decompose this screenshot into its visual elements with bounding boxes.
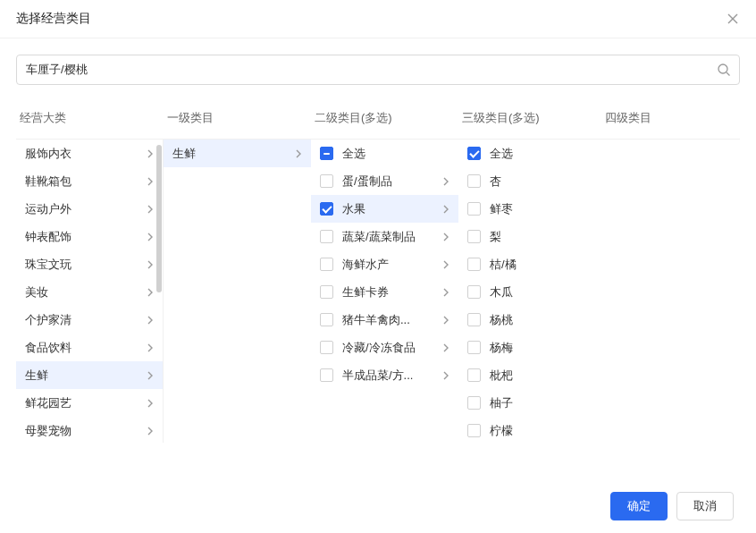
cancel-button[interactable]: 取消 bbox=[676, 492, 734, 520]
list-item[interactable]: 枇杷 bbox=[458, 361, 601, 389]
list-item[interactable]: 运动户外 bbox=[16, 195, 163, 223]
chevron-right-icon bbox=[145, 259, 155, 270]
list-item[interactable]: 柠檬 bbox=[458, 417, 601, 443]
list-item[interactable]: 蛋/蛋制品 bbox=[311, 167, 458, 195]
chevron-right-icon bbox=[145, 343, 155, 353]
list-item[interactable]: 杨梅 bbox=[458, 334, 601, 361]
column-4 bbox=[601, 140, 740, 443]
checkbox[interactable] bbox=[320, 230, 333, 243]
list-item[interactable]: 蔬菜/蔬菜制品 bbox=[311, 223, 458, 250]
list-item[interactable]: 珠宝文玩 bbox=[16, 250, 163, 278]
item-label: 珠宝文玩 bbox=[25, 257, 145, 273]
item-label: 水果 bbox=[342, 201, 441, 217]
checkbox[interactable] bbox=[320, 174, 333, 188]
item-label: 鞋靴箱包 bbox=[25, 173, 145, 190]
col-header-3: 三级类目(多选) bbox=[458, 103, 601, 139]
list-item[interactable]: 生鲜卡券 bbox=[311, 278, 458, 306]
col-header-0: 经营大类 bbox=[16, 103, 164, 139]
checkbox[interactable] bbox=[467, 202, 481, 216]
search-icon[interactable] bbox=[717, 63, 731, 77]
item-label: 木瓜 bbox=[490, 284, 594, 300]
list-item[interactable]: 美妆 bbox=[16, 278, 163, 306]
item-label: 蛋/蛋制品 bbox=[342, 173, 441, 190]
chevron-right-icon bbox=[441, 232, 451, 242]
svg-point-2 bbox=[718, 64, 727, 73]
list-item[interactable]: 全选 bbox=[458, 140, 601, 167]
checkbox[interactable] bbox=[320, 313, 333, 326]
checkbox[interactable] bbox=[467, 396, 481, 410]
checkbox[interactable] bbox=[467, 341, 481, 354]
list-item[interactable]: 猪牛羊禽肉... bbox=[311, 306, 458, 334]
list-item[interactable]: 生鲜 bbox=[16, 361, 163, 389]
list-item[interactable]: 海鲜水产 bbox=[311, 250, 458, 278]
search-input[interactable] bbox=[16, 55, 740, 85]
list-item[interactable]: 杨桃 bbox=[458, 306, 601, 334]
checkbox[interactable] bbox=[320, 285, 333, 299]
item-label: 杨桃 bbox=[490, 312, 594, 328]
list-item[interactable]: 个护家清 bbox=[16, 306, 163, 334]
item-label: 杏 bbox=[490, 173, 594, 190]
item-label: 鲜枣 bbox=[490, 201, 594, 217]
list-item[interactable]: 柚子 bbox=[458, 389, 601, 417]
chevron-right-icon bbox=[441, 204, 451, 215]
checkbox[interactable] bbox=[467, 230, 481, 243]
item-label: 枇杷 bbox=[490, 368, 594, 384]
item-label: 鲜花园艺 bbox=[25, 395, 145, 411]
list-item[interactable]: 鞋靴箱包 bbox=[16, 167, 163, 195]
list-item[interactable]: 全选 bbox=[311, 140, 458, 167]
svg-line-3 bbox=[727, 72, 730, 76]
list-item[interactable]: 水果 bbox=[311, 195, 458, 223]
chevron-right-icon bbox=[145, 148, 155, 159]
list-item[interactable]: 半成品菜/方... bbox=[311, 361, 458, 389]
close-icon[interactable] bbox=[726, 12, 740, 26]
list-item[interactable]: 冷藏/冷冻食品 bbox=[311, 334, 458, 361]
item-label: 生鲜 bbox=[172, 146, 293, 162]
list-item[interactable]: 木瓜 bbox=[458, 278, 601, 306]
checkbox[interactable] bbox=[467, 424, 481, 437]
checkbox[interactable] bbox=[467, 285, 481, 299]
checkbox[interactable] bbox=[467, 368, 481, 382]
column-3: 全选杏鲜枣梨桔/橘木瓜杨桃杨梅枇杷柚子柠檬 bbox=[458, 140, 601, 443]
confirm-button[interactable]: 确定 bbox=[610, 492, 668, 520]
item-label: 猪牛羊禽肉... bbox=[342, 312, 441, 328]
col-header-2: 二级类目(多选) bbox=[311, 103, 458, 139]
checkbox[interactable] bbox=[320, 368, 333, 382]
item-label: 梨 bbox=[490, 229, 594, 245]
chevron-right-icon bbox=[145, 398, 155, 409]
item-label: 服饰内衣 bbox=[25, 146, 145, 162]
checkbox[interactable] bbox=[320, 258, 333, 271]
item-label: 杨梅 bbox=[490, 340, 594, 356]
list-item[interactable]: 钟表配饰 bbox=[16, 223, 163, 250]
list-item[interactable]: 杏 bbox=[458, 167, 601, 195]
col-header-1: 一级类目 bbox=[164, 103, 311, 139]
list-item[interactable]: 生鲜 bbox=[164, 140, 311, 167]
column-0: 服饰内衣鞋靴箱包运动户外钟表配饰珠宝文玩美妆个护家清食品饮料生鲜鲜花园艺母婴宠物 bbox=[16, 140, 164, 443]
chevron-right-icon bbox=[441, 343, 451, 353]
list-item[interactable]: 食品饮料 bbox=[16, 334, 163, 361]
dialog-footer: 确定 取消 bbox=[0, 479, 756, 533]
list-item[interactable]: 母婴宠物 bbox=[16, 417, 163, 443]
item-label: 生鲜卡券 bbox=[342, 284, 441, 300]
checkbox[interactable] bbox=[467, 147, 481, 160]
chevron-right-icon bbox=[145, 315, 155, 326]
checkbox[interactable] bbox=[467, 258, 481, 271]
checkbox[interactable] bbox=[320, 341, 333, 354]
dialog-header: 选择经营类目 bbox=[0, 0, 756, 38]
item-label: 柠檬 bbox=[490, 423, 594, 439]
item-label: 钟表配饰 bbox=[25, 229, 145, 245]
list-item[interactable]: 鲜花园艺 bbox=[16, 389, 163, 417]
checkbox[interactable] bbox=[467, 313, 481, 326]
item-label: 全选 bbox=[490, 146, 594, 162]
chevron-right-icon bbox=[441, 259, 451, 270]
chevron-right-icon bbox=[145, 204, 155, 215]
item-label: 海鲜水产 bbox=[342, 257, 441, 273]
search-bar bbox=[16, 55, 740, 85]
chevron-right-icon bbox=[145, 176, 155, 187]
list-item[interactable]: 鲜枣 bbox=[458, 195, 601, 223]
checkbox[interactable] bbox=[467, 174, 481, 188]
list-item[interactable]: 服饰内衣 bbox=[16, 140, 163, 167]
checkbox[interactable] bbox=[320, 147, 333, 160]
checkbox[interactable] bbox=[320, 202, 333, 216]
list-item[interactable]: 桔/橘 bbox=[458, 250, 601, 278]
list-item[interactable]: 梨 bbox=[458, 223, 601, 250]
